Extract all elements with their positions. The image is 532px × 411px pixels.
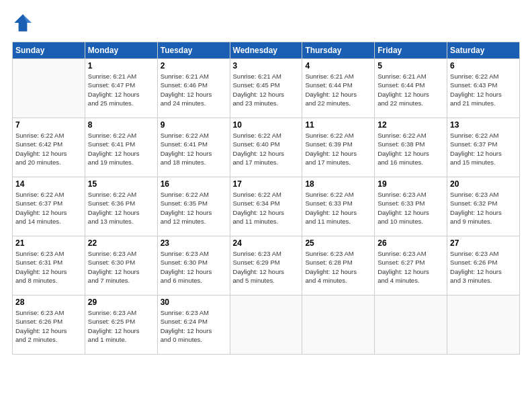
day-number: 20 [450, 179, 517, 189]
calendar-day-24: 24Sunrise: 6:23 AM Sunset: 6:29 PM Dayli… [230, 236, 302, 295]
day-info: Sunrise: 6:23 AM Sunset: 6:25 PM Dayligh… [88, 308, 154, 344]
day-info: Sunrise: 6:23 AM Sunset: 6:26 PM Dayligh… [450, 249, 517, 285]
calendar-day-4: 4Sunrise: 6:21 AM Sunset: 6:44 PM Daylig… [302, 59, 375, 118]
day-info: Sunrise: 6:22 AM Sunset: 6:37 PM Dayligh… [15, 190, 82, 226]
calendar-day-7: 7Sunrise: 6:22 AM Sunset: 6:42 PM Daylig… [13, 118, 85, 177]
day-info: Sunrise: 6:23 AM Sunset: 6:31 PM Dayligh… [15, 249, 82, 285]
day-header-monday: Monday [85, 42, 157, 59]
day-header-sunday: Sunday [13, 42, 85, 59]
day-header-thursday: Thursday [302, 42, 375, 59]
day-info: Sunrise: 6:23 AM Sunset: 6:24 PM Dayligh… [161, 308, 227, 344]
calendar-day-11: 11Sunrise: 6:22 AM Sunset: 6:39 PM Dayli… [302, 118, 375, 177]
day-number: 11 [305, 120, 371, 130]
calendar-week-row: 14Sunrise: 6:22 AM Sunset: 6:37 PM Dayli… [13, 177, 520, 236]
calendar-day-13: 13Sunrise: 6:22 AM Sunset: 6:37 PM Dayli… [447, 118, 520, 177]
day-number: 13 [450, 120, 517, 130]
day-number: 8 [88, 120, 154, 130]
day-number: 30 [161, 298, 227, 307]
day-number: 15 [88, 179, 154, 189]
calendar-header-row: SundayMondayTuesdayWednesdayThursdayFrid… [13, 42, 520, 59]
day-number: 5 [378, 61, 444, 71]
calendar-day-26: 26Sunrise: 6:23 AM Sunset: 6:27 PM Dayli… [375, 236, 447, 295]
day-number: 16 [161, 179, 227, 189]
day-info: Sunrise: 6:21 AM Sunset: 6:46 PM Dayligh… [161, 72, 227, 107]
calendar-day-3: 3Sunrise: 6:21 AM Sunset: 6:45 PM Daylig… [230, 59, 302, 118]
calendar-day-18: 18Sunrise: 6:22 AM Sunset: 6:33 PM Dayli… [302, 177, 375, 236]
day-number: 23 [161, 238, 227, 248]
calendar-day-14: 14Sunrise: 6:22 AM Sunset: 6:37 PM Dayli… [13, 177, 85, 236]
day-number: 29 [88, 298, 154, 307]
day-number: 10 [233, 120, 300, 130]
calendar-day-15: 15Sunrise: 6:22 AM Sunset: 6:36 PM Dayli… [85, 177, 157, 236]
empty-cell [447, 295, 520, 355]
day-info: Sunrise: 6:22 AM Sunset: 6:41 PM Dayligh… [161, 131, 227, 167]
day-number: 26 [378, 238, 444, 248]
day-info: Sunrise: 6:23 AM Sunset: 6:29 PM Dayligh… [233, 249, 300, 285]
day-number: 3 [233, 61, 300, 71]
calendar-day-25: 25Sunrise: 6:23 AM Sunset: 6:28 PM Dayli… [302, 236, 375, 295]
day-number: 21 [15, 238, 82, 248]
calendar-week-row: 21Sunrise: 6:23 AM Sunset: 6:31 PM Dayli… [13, 236, 520, 295]
day-info: Sunrise: 6:22 AM Sunset: 6:41 PM Dayligh… [88, 131, 154, 167]
day-info: Sunrise: 6:21 AM Sunset: 6:44 PM Dayligh… [305, 72, 371, 107]
day-info: Sunrise: 6:23 AM Sunset: 6:30 PM Dayligh… [161, 249, 227, 285]
day-info: Sunrise: 6:23 AM Sunset: 6:28 PM Dayligh… [305, 249, 371, 285]
day-info: Sunrise: 6:23 AM Sunset: 6:26 PM Dayligh… [15, 308, 82, 344]
empty-cell [13, 59, 85, 118]
logo-icon [12, 12, 34, 34]
calendar-day-12: 12Sunrise: 6:22 AM Sunset: 6:38 PM Dayli… [375, 118, 447, 177]
day-header-saturday: Saturday [447, 42, 520, 59]
calendar-day-16: 16Sunrise: 6:22 AM Sunset: 6:35 PM Dayli… [157, 177, 230, 236]
day-number: 24 [233, 238, 300, 248]
day-info: Sunrise: 6:21 AM Sunset: 6:45 PM Dayligh… [233, 72, 300, 107]
day-number: 9 [161, 120, 227, 130]
day-number: 2 [161, 61, 227, 71]
calendar-day-27: 27Sunrise: 6:23 AM Sunset: 6:26 PM Dayli… [447, 236, 520, 295]
day-number: 12 [378, 120, 444, 130]
day-info: Sunrise: 6:23 AM Sunset: 6:32 PM Dayligh… [450, 190, 517, 226]
day-info: Sunrise: 6:22 AM Sunset: 6:39 PM Dayligh… [305, 131, 371, 167]
day-number: 4 [305, 61, 371, 71]
day-info: Sunrise: 6:23 AM Sunset: 6:27 PM Dayligh… [378, 249, 444, 285]
day-header-wednesday: Wednesday [230, 42, 302, 59]
calendar-day-10: 10Sunrise: 6:22 AM Sunset: 6:40 PM Dayli… [230, 118, 302, 177]
calendar-week-row: 1Sunrise: 6:21 AM Sunset: 6:47 PM Daylig… [13, 59, 520, 118]
calendar-day-19: 19Sunrise: 6:23 AM Sunset: 6:33 PM Dayli… [375, 177, 447, 236]
calendar-day-23: 23Sunrise: 6:23 AM Sunset: 6:30 PM Dayli… [157, 236, 230, 295]
calendar-day-20: 20Sunrise: 6:23 AM Sunset: 6:32 PM Dayli… [447, 177, 520, 236]
day-number: 14 [15, 179, 82, 189]
calendar-day-5: 5Sunrise: 6:21 AM Sunset: 6:44 PM Daylig… [375, 59, 447, 118]
calendar-day-17: 17Sunrise: 6:22 AM Sunset: 6:34 PM Dayli… [230, 177, 302, 236]
day-number: 25 [305, 238, 371, 248]
day-header-friday: Friday [375, 42, 447, 59]
header [12, 12, 520, 34]
calendar-day-9: 9Sunrise: 6:22 AM Sunset: 6:41 PM Daylig… [157, 118, 230, 177]
calendar-table: SundayMondayTuesdayWednesdayThursdayFrid… [12, 42, 520, 355]
calendar-day-30: 30Sunrise: 6:23 AM Sunset: 6:24 PM Dayli… [157, 295, 230, 355]
logo [12, 12, 36, 34]
day-info: Sunrise: 6:22 AM Sunset: 6:43 PM Dayligh… [450, 72, 517, 107]
day-info: Sunrise: 6:22 AM Sunset: 6:37 PM Dayligh… [450, 131, 517, 167]
day-info: Sunrise: 6:22 AM Sunset: 6:42 PM Dayligh… [15, 131, 82, 167]
calendar-day-8: 8Sunrise: 6:22 AM Sunset: 6:41 PM Daylig… [85, 118, 157, 177]
day-info: Sunrise: 6:22 AM Sunset: 6:35 PM Dayligh… [161, 190, 227, 226]
day-number: 7 [15, 120, 82, 130]
day-info: Sunrise: 6:21 AM Sunset: 6:47 PM Dayligh… [88, 72, 154, 107]
empty-cell [230, 295, 302, 355]
day-number: 18 [305, 179, 371, 189]
calendar-day-21: 21Sunrise: 6:23 AM Sunset: 6:31 PM Dayli… [13, 236, 85, 295]
calendar-day-1: 1Sunrise: 6:21 AM Sunset: 6:47 PM Daylig… [85, 59, 157, 118]
day-info: Sunrise: 6:22 AM Sunset: 6:38 PM Dayligh… [378, 131, 444, 167]
day-info: Sunrise: 6:23 AM Sunset: 6:30 PM Dayligh… [88, 249, 154, 285]
day-info: Sunrise: 6:23 AM Sunset: 6:33 PM Dayligh… [378, 190, 444, 226]
calendar-day-28: 28Sunrise: 6:23 AM Sunset: 6:26 PM Dayli… [13, 295, 85, 355]
day-info: Sunrise: 6:22 AM Sunset: 6:34 PM Dayligh… [233, 190, 300, 226]
day-header-tuesday: Tuesday [157, 42, 230, 59]
day-info: Sunrise: 6:21 AM Sunset: 6:44 PM Dayligh… [378, 72, 444, 107]
calendar-week-row: 7Sunrise: 6:22 AM Sunset: 6:42 PM Daylig… [13, 118, 520, 177]
day-info: Sunrise: 6:22 AM Sunset: 6:40 PM Dayligh… [233, 131, 300, 167]
page: SundayMondayTuesdayWednesdayThursdayFrid… [0, 0, 532, 411]
day-number: 17 [233, 179, 300, 189]
empty-cell [302, 295, 375, 355]
day-number: 1 [88, 61, 154, 71]
